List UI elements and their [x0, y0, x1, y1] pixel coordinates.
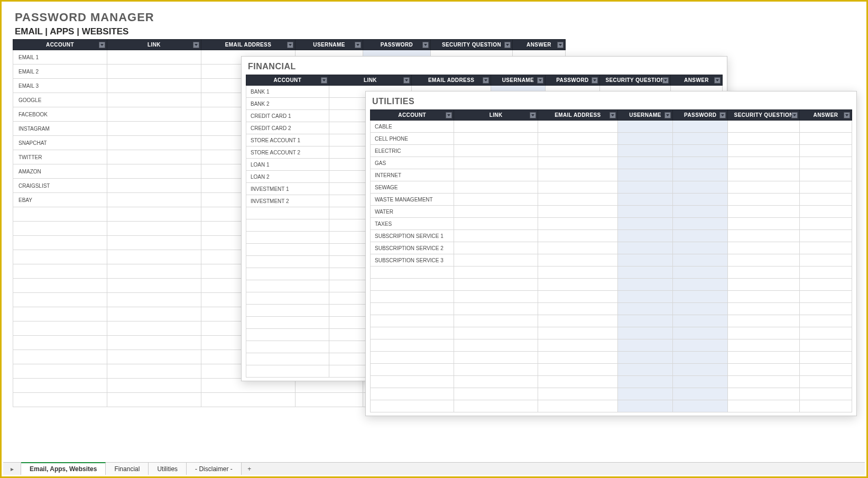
- filter-dropdown-icon[interactable]: [592, 77, 598, 84]
- table-cell[interactable]: CREDIT CARD 2: [246, 122, 329, 134]
- table-cell[interactable]: [246, 305, 329, 317]
- table-cell[interactable]: [246, 232, 329, 244]
- table-cell[interactable]: LOAN 2: [246, 171, 329, 183]
- table-cell[interactable]: [617, 339, 672, 352]
- table-cell[interactable]: [107, 150, 201, 164]
- table-cell[interactable]: [454, 254, 538, 266]
- table-cell[interactable]: [799, 364, 852, 376]
- table-cell[interactable]: [13, 336, 107, 350]
- column-header[interactable]: USERNAME: [617, 110, 672, 121]
- table-cell[interactable]: [538, 327, 617, 339]
- column-header[interactable]: ACCOUNT: [371, 110, 454, 121]
- filter-dropdown-icon[interactable]: [530, 112, 536, 118]
- table-cell[interactable]: [201, 393, 296, 407]
- table-cell[interactable]: [617, 291, 672, 303]
- table-cell[interactable]: [728, 242, 800, 254]
- table-cell[interactable]: [371, 291, 454, 303]
- table-cell[interactable]: [728, 181, 800, 194]
- table-cell[interactable]: CREDIT CARD 1: [246, 110, 329, 122]
- table-cell[interactable]: [454, 133, 538, 145]
- table-cell[interactable]: [246, 219, 329, 232]
- table-cell[interactable]: [728, 376, 800, 388]
- table-cell[interactable]: [617, 194, 672, 206]
- table-cell[interactable]: [617, 206, 672, 218]
- table-cell[interactable]: [728, 145, 800, 157]
- table-cell[interactable]: [371, 400, 454, 412]
- filter-dropdown-icon[interactable]: [537, 77, 543, 84]
- table-cell[interactable]: [454, 194, 538, 206]
- table-cell[interactable]: [799, 169, 852, 181]
- table-cell[interactable]: [538, 291, 617, 303]
- table-cell[interactable]: SEWAGE: [371, 181, 454, 194]
- sheet-tab[interactable]: Email, Apps, Websites: [21, 462, 106, 475]
- table-cell[interactable]: [673, 133, 728, 145]
- table-cell[interactable]: [799, 181, 852, 194]
- table-cell[interactable]: SUBSCRIPTION SERVICE 3: [371, 254, 454, 266]
- table-cell[interactable]: [728, 133, 800, 145]
- filter-dropdown-icon[interactable]: [714, 77, 721, 84]
- table-cell[interactable]: [617, 400, 672, 412]
- table-cell[interactable]: [673, 279, 728, 291]
- table-cell[interactable]: [799, 376, 852, 388]
- table-cell[interactable]: [454, 157, 538, 169]
- table-cell[interactable]: SUBSCRIPTION SERVICE 2: [371, 242, 454, 254]
- table-cell[interactable]: [371, 364, 454, 376]
- table-cell[interactable]: [673, 206, 728, 218]
- table-cell[interactable]: [673, 364, 728, 376]
- filter-dropdown-icon[interactable]: [403, 77, 410, 84]
- column-header[interactable]: ANSWER: [799, 110, 852, 121]
- table-cell[interactable]: [371, 315, 454, 327]
- table-cell[interactable]: [799, 218, 852, 230]
- table-cell[interactable]: [538, 181, 617, 194]
- table-cell[interactable]: [728, 157, 800, 169]
- column-header[interactable]: EMAIL ADDRESS: [412, 75, 491, 86]
- table-cell[interactable]: [538, 352, 617, 364]
- filter-dropdown-icon[interactable]: [321, 77, 327, 84]
- table-cell[interactable]: INSTAGRAM: [13, 122, 107, 136]
- table-cell[interactable]: GOOGLE: [13, 93, 107, 107]
- table-cell[interactable]: [538, 218, 617, 230]
- table-cell[interactable]: [13, 279, 107, 293]
- table-cell[interactable]: EBAY: [13, 193, 107, 207]
- table-cell[interactable]: CABLE: [371, 121, 454, 133]
- table-cell[interactable]: [617, 121, 672, 133]
- column-header[interactable]: ANSWER: [671, 75, 723, 86]
- table-cell[interactable]: [246, 268, 329, 280]
- table-cell[interactable]: [728, 230, 800, 242]
- filter-dropdown-icon[interactable]: [504, 42, 511, 48]
- table-cell[interactable]: [799, 303, 852, 315]
- table-cell[interactable]: [617, 303, 672, 315]
- table-cell[interactable]: [728, 400, 800, 412]
- table-cell[interactable]: [13, 222, 107, 236]
- table-cell[interactable]: [107, 364, 201, 379]
- table-cell[interactable]: [246, 292, 329, 305]
- column-header[interactable]: USERNAME: [491, 75, 545, 86]
- table-cell[interactable]: [13, 293, 107, 307]
- table-cell[interactable]: [454, 121, 538, 133]
- table-cell[interactable]: [371, 388, 454, 400]
- table-cell[interactable]: [454, 169, 538, 181]
- table-cell[interactable]: [728, 339, 800, 352]
- table-cell[interactable]: [799, 230, 852, 242]
- table-cell[interactable]: [673, 291, 728, 303]
- table-cell[interactable]: [13, 236, 107, 250]
- table-cell[interactable]: [617, 279, 672, 291]
- table-cell[interactable]: [13, 207, 107, 222]
- table-cell[interactable]: [454, 364, 538, 376]
- table-cell[interactable]: [673, 218, 728, 230]
- table-cell[interactable]: [799, 157, 852, 169]
- table-cell[interactable]: [673, 254, 728, 266]
- table-cell[interactable]: [538, 145, 617, 157]
- table-cell[interactable]: [799, 400, 852, 412]
- table-cell[interactable]: [673, 339, 728, 352]
- table-cell[interactable]: [799, 121, 852, 133]
- table-cell[interactable]: [673, 230, 728, 242]
- table-cell[interactable]: [246, 329, 329, 341]
- table-cell[interactable]: [799, 291, 852, 303]
- table-cell[interactable]: AMAZON: [13, 164, 107, 179]
- table-cell[interactable]: [617, 157, 672, 169]
- table-cell[interactable]: [617, 133, 672, 145]
- table-cell[interactable]: [617, 376, 672, 388]
- table-cell[interactable]: [454, 279, 538, 291]
- table-cell[interactable]: [13, 379, 107, 393]
